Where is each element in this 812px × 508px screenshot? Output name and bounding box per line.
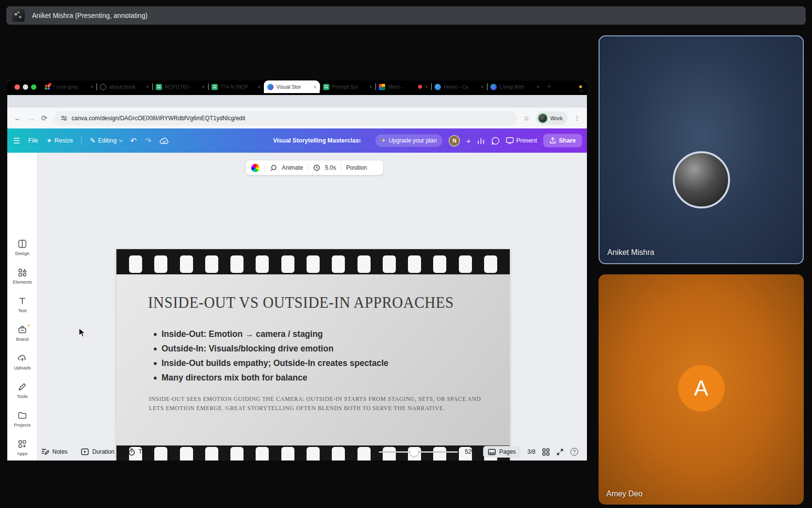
tab-search-chevron-icon[interactable] (580, 85, 583, 94)
timer-button[interactable]: Timer (128, 448, 153, 456)
tab-title: about:blank (109, 84, 143, 90)
tab-close-icon[interactable]: × (481, 84, 484, 90)
uploads-icon (17, 353, 27, 363)
tab-close-icon[interactable]: × (90, 84, 93, 90)
zoom-slider[interactable] (379, 448, 458, 456)
shared-screen: ! core-grou × about:blank × RCPI1763 - ×… (7, 80, 587, 460)
canva-menu-icon[interactable]: ☰ (13, 136, 20, 145)
tab-close-icon[interactable]: × (536, 84, 539, 90)
sidebar-item-tools[interactable]: Tools (7, 377, 37, 404)
canva-favicon (490, 84, 497, 90)
close-window-button[interactable] (15, 84, 20, 90)
window-controls[interactable] (15, 84, 36, 90)
context-divider (264, 164, 265, 172)
cloud-save-icon (160, 137, 169, 144)
site-favicon (435, 84, 441, 90)
tab-close-icon[interactable]: × (425, 84, 428, 90)
tab-close-icon[interactable]: × (258, 84, 260, 90)
site-settings-icon (61, 115, 67, 122)
tab-close-icon[interactable]: × (146, 84, 149, 90)
tab-title: Home - Ca (444, 84, 478, 90)
back-icon[interactable]: ← (14, 114, 21, 122)
insights-chart-icon[interactable] (477, 137, 485, 144)
color-wheel-icon[interactable] (251, 164, 260, 172)
add-member-icon[interactable]: + (466, 137, 471, 145)
participant-name: Amey Deo (606, 490, 643, 498)
share-button[interactable]: Share (543, 134, 582, 147)
elements-icon (17, 268, 27, 277)
pages-view-button[interactable]: Pages (483, 446, 520, 458)
tab-title: ! core-grou (53, 84, 87, 90)
reload-icon[interactable]: ⟳ (41, 114, 48, 123)
position-button[interactable]: Position (346, 164, 367, 171)
context-divider (341, 164, 341, 172)
zoom-level: 52% (465, 448, 476, 455)
document-title[interactable]: Visual Storytelling Masterclass (273, 137, 360, 144)
tab-close-icon[interactable]: × (313, 84, 316, 90)
url-field[interactable]: canva.com/design/DAGrcOE008I/iRYWRdbfVg6… (54, 111, 517, 126)
browser-tab[interactable]: Meet - × (375, 80, 431, 93)
slide-bullet: Outside-In: Visuals/blocking drive emoti… (154, 344, 389, 354)
upgrade-plan-button[interactable]: ✦Upgrade your plan (375, 134, 443, 147)
slide-canvas[interactable]: INSIDE-OUT VS OUTSIDE-IN APPROACHES Insi… (116, 249, 510, 460)
sidebar-item-brand[interactable]: ✦ Brand (7, 319, 37, 347)
browser-profile-chip[interactable]: Work (536, 111, 568, 125)
editing-mode-dropdown[interactable]: ✎Editing (90, 137, 122, 144)
forward-icon[interactable]: → (28, 114, 35, 122)
sidebar-item-projects[interactable]: Projects (7, 405, 37, 433)
notes-button[interactable]: Notes (41, 448, 67, 455)
meet-favicon (379, 84, 385, 90)
sidebar-item-uploads[interactable]: Uploads (7, 348, 37, 376)
browser-tab[interactable]: Living With × (487, 80, 543, 93)
page-indicator: 3/8 (527, 448, 536, 455)
slide-bullet-list[interactable]: Inside-Out: Emotion → camera / staging O… (154, 329, 389, 387)
text-icon (17, 296, 27, 306)
sidebar-item-elements[interactable]: Elements (7, 262, 37, 290)
sidebar-item-text[interactable]: Text (7, 291, 37, 318)
bullet-dot (154, 362, 157, 365)
slide-bullet: Inside-Out: Emotion → camera / staging (154, 329, 389, 339)
browser-tab-active[interactable]: Visual Stor × (264, 80, 320, 93)
duration-icon (81, 448, 89, 455)
browser-menu-icon[interactable]: ⋮ (574, 114, 580, 122)
projects-icon (17, 411, 27, 420)
duration-button[interactable]: Duration (81, 448, 114, 455)
resize-button[interactable]: ✦Resize (47, 137, 73, 144)
sidebar-item-design[interactable]: Design (7, 234, 37, 261)
user-avatar[interactable]: N (449, 135, 460, 146)
browser-tab[interactable]: 774 N (NCP × (208, 80, 264, 93)
sheets-favicon (156, 84, 162, 90)
grid-view-icon[interactable] (542, 448, 550, 456)
comments-icon[interactable] (491, 137, 500, 145)
presenter-banner[interactable]: Aniket Mishra (Presenting, annotating) (6, 6, 806, 25)
bookmark-star-icon[interactable]: ☆ (523, 114, 530, 122)
animate-button[interactable]: Animate (282, 164, 303, 171)
timer-icon (128, 448, 135, 456)
participant-tile-aniket[interactable]: Aniket Mishra (599, 35, 804, 264)
browser-tab[interactable]: Home - Ca × (431, 80, 487, 93)
browser-tab[interactable]: ! core-grou × (41, 80, 97, 93)
help-button[interactable]: ? (570, 448, 578, 456)
zoom-slider-knob[interactable] (410, 448, 418, 456)
context-divider (308, 164, 309, 172)
tab-close-icon[interactable]: × (202, 84, 205, 90)
fullscreen-icon[interactable] (556, 448, 564, 456)
undo-button[interactable]: ↶ (130, 136, 136, 145)
browser-tab[interactable]: RCPI1763 - × (152, 80, 208, 93)
slide-title[interactable]: INSIDE-OUT VS OUTSIDE-IN APPROACHES (148, 293, 454, 312)
tab-close-icon[interactable]: × (369, 84, 372, 90)
participant-tile-amey[interactable]: A Amey Deo (599, 274, 804, 505)
maximize-window-button[interactable] (31, 84, 36, 90)
present-button[interactable]: Present (506, 137, 537, 144)
new-tab-button[interactable]: + (547, 82, 551, 90)
zoom-slider-track (379, 451, 458, 453)
duration-button[interactable]: 5.0s (325, 164, 336, 171)
browser-tab[interactable]: Prompt Suf × (320, 80, 375, 93)
brand-pro-badge: ✦ (27, 323, 31, 328)
browser-tab[interactable]: about:blank × (97, 80, 152, 93)
slide-caption[interactable]: INSIDE-OUT SEES EMOTION GUIDING THE CAME… (149, 395, 488, 413)
minimize-window-button[interactable] (23, 84, 28, 90)
redo-button[interactable]: ↷ (145, 136, 151, 145)
file-menu-button[interactable]: File (28, 137, 38, 144)
extension-favicon (44, 84, 50, 90)
